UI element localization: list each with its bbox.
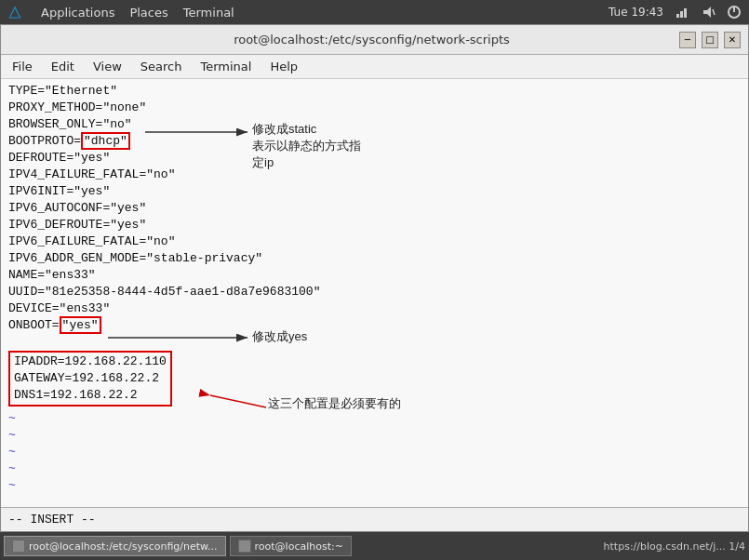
applications-menu[interactable]: Applications [41, 6, 114, 20]
vim-status-bar: -- INSERT -- [1, 507, 748, 531]
places-menu[interactable]: Places [129, 6, 167, 20]
tilde-2: ~ [8, 427, 741, 444]
line-2: PROXY_METHOD="none" [8, 100, 741, 116]
menu-file[interactable]: File [5, 58, 40, 75]
menu-edit[interactable]: Edit [44, 58, 82, 75]
line-gateway: GATEWAY=192.168.22.2 [14, 370, 167, 387]
svg-rect-3 [680, 11, 683, 18]
svg-rect-4 [684, 8, 687, 18]
system-bar-left: Applications Places Terminal [7, 5, 234, 20]
taskbar-right: https://blog.csdn.net/j... 1/4 [604, 540, 745, 553]
volume-icon [701, 5, 716, 20]
taskbar-item-2-icon [238, 540, 251, 553]
three-config-box: IPADDR=192.168.22.110 GATEWAY=192.168.22… [8, 351, 172, 407]
taskbar: root@localhost:/etc/sysconfig/netw... ro… [0, 532, 749, 560]
svg-marker-5 [703, 7, 711, 18]
line-8: IPV6_AUTOCONF="yes" [8, 200, 741, 217]
taskbar-item-1-icon [12, 540, 25, 553]
clock: Tue 19:43 [609, 6, 663, 19]
line-12: NAME="ens33" [8, 267, 741, 284]
line-9: IPV6_DEFROUTE="yes" [8, 217, 741, 233]
line-onboot: ONBOOT="yes" [8, 317, 741, 334]
window-controls: − □ ✕ [679, 32, 741, 48]
taskbar-item-2-label: root@localhost:~ [255, 540, 343, 553]
system-bar: Applications Places Terminal Tue 19:43 [0, 0, 749, 24]
line-bootproto: BOOTPROTO="dhcp" [8, 133, 741, 150]
taskbar-item-1-label: root@localhost:/etc/sysconfig/netw... [29, 540, 218, 553]
tilde-3: ~ [8, 444, 741, 460]
taskbar-item-2[interactable]: root@localhost:~ [230, 536, 352, 556]
svg-rect-2 [676, 14, 679, 18]
line-10: IPV6_FAILURE_FATAL="no" [8, 233, 741, 250]
close-button[interactable]: ✕ [724, 32, 741, 48]
svg-line-14 [210, 395, 266, 407]
arch-logo-icon [7, 5, 22, 20]
menu-view[interactable]: View [86, 58, 129, 75]
terminal-menu[interactable]: Terminal [183, 6, 234, 20]
insert-mode-label: -- INSERT -- [8, 513, 96, 527]
system-bar-right: Tue 19:43 [609, 5, 742, 20]
line-ipaddr: IPADDR=192.168.22.110 [14, 353, 167, 370]
line-empty [8, 334, 741, 351]
taskbar-item-1[interactable]: root@localhost:/etc/sysconfig/netw... [4, 536, 226, 556]
svg-line-6 [713, 9, 715, 15]
terminal-window: root@localhost:/etc/sysconfig/network-sc… [0, 24, 749, 532]
network-icon [675, 5, 689, 20]
menu-terminal[interactable]: Terminal [193, 58, 259, 75]
taskbar-url: https://blog.csdn.net/j... 1/4 [604, 540, 745, 553]
line-dns1: DNS1=192.168.22.2 [14, 387, 167, 404]
line-14: DEVICE="ens33" [8, 300, 741, 317]
tilde-4: ~ [8, 460, 741, 477]
line-6: IPV4_FAILURE_FATAL="no" [8, 167, 741, 183]
menu-bar: File Edit View Search Terminal Help [1, 55, 748, 79]
line-5: DEFROUTE="yes" [8, 150, 741, 167]
onboot-highlight: "yes" [60, 316, 101, 334]
line-3: BROWSER_ONLY="no" [8, 116, 741, 133]
line-7: IPV6INIT="yes" [8, 183, 741, 200]
tilde-1: ~ [8, 410, 741, 427]
minimize-button[interactable]: − [679, 32, 696, 48]
terminal-content[interactable]: TYPE="Ethernet" PROXY_METHOD="none" BROW… [1, 79, 748, 507]
taskbar-left: root@localhost:/etc/sysconfig/netw... ro… [4, 536, 352, 556]
tilde-5: ~ [8, 477, 741, 494]
power-icon [727, 5, 742, 20]
bootproto-highlight: "dhcp" [81, 132, 130, 150]
window-title: root@localhost:/etc/sysconfig/network-sc… [64, 33, 679, 47]
line-13: UUID="81e25358-8444-4d5f-aae1-d8a7e96831… [8, 284, 741, 300]
title-bar: root@localhost:/etc/sysconfig/network-sc… [1, 25, 748, 55]
line-11: IPV6_ADDR_GEN_MODE="stable-privacy" [8, 250, 741, 267]
maximize-button[interactable]: □ [702, 32, 718, 48]
line-1: TYPE="Ethernet" [8, 83, 741, 100]
menu-search[interactable]: Search [133, 58, 190, 75]
menu-help[interactable]: Help [262, 58, 305, 75]
